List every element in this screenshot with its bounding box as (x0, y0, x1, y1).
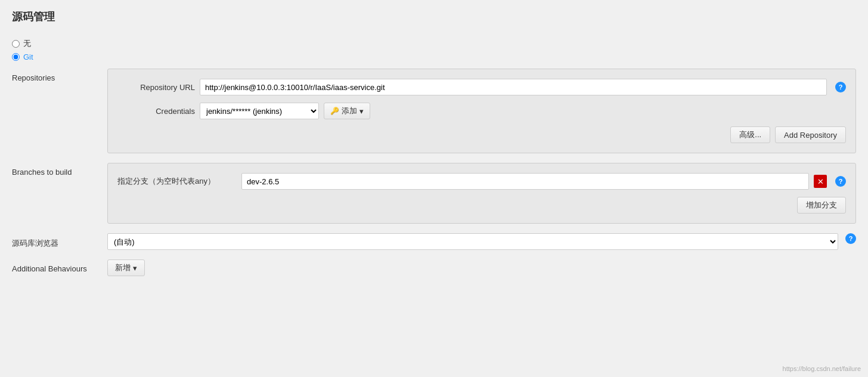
branch-btn-row: 增加分支 (117, 197, 846, 214)
new-behaviour-label: 新增 (115, 262, 131, 273)
advanced-button[interactable]: 高级... (730, 126, 770, 143)
add-repository-button[interactable]: Add Repository (775, 126, 846, 143)
repo-url-help-icon[interactable]: ? (835, 82, 846, 92)
repositories-content: Repository URL ? Credentials jenkins/***… (107, 69, 856, 153)
branch-specifier-label: 指定分支（为空时代表any） (117, 176, 237, 187)
new-behaviour-button[interactable]: 新增 ▾ (107, 259, 145, 276)
branch-input[interactable] (241, 173, 809, 190)
branch-row: 指定分支（为空时代表any） ✕ ? (117, 173, 846, 190)
page-title: 源码管理 (12, 10, 856, 29)
branch-help-icon[interactable]: ? (835, 176, 846, 187)
radio-none-label[interactable]: 无 (23, 38, 31, 49)
radio-git[interactable] (12, 53, 20, 61)
browser-label: 源码库浏览器 (12, 233, 107, 249)
browser-help-icon[interactable]: ? (845, 233, 856, 244)
repositories-section: Repositories Repository URL ? Credential… (12, 69, 856, 153)
delete-icon: ✕ (817, 177, 824, 186)
branches-content: 指定分支（为空时代表any） ✕ ? 增加分支 (107, 163, 856, 224)
additional-section: Additional Behaviours 新增 ▾ (12, 259, 856, 276)
page-container: 源码管理 无 Git Repositories Repository URL ? (0, 0, 868, 377)
add-credentials-button[interactable]: 🔑 添加 ▾ (324, 103, 370, 119)
browser-content-wrapper: (自动) ? (107, 233, 856, 250)
repo-btn-row: 高级... Add Repository (117, 126, 846, 143)
radio-git-item: Git (12, 52, 856, 61)
add-branch-button[interactable]: 增加分支 (797, 197, 846, 214)
repositories-label: Repositories (12, 69, 107, 82)
watermark: https://blog.csdn.net/failure (783, 365, 861, 372)
branches-content-wrapper: 指定分支（为空时代表any） ✕ ? 增加分支 (107, 163, 856, 224)
key-icon: 🔑 (330, 107, 339, 115)
radio-none[interactable] (12, 40, 20, 48)
repositories-content-wrapper: Repository URL ? Credentials jenkins/***… (107, 69, 856, 153)
radio-none-item: 无 (12, 38, 856, 49)
additional-content-wrapper: 新增 ▾ (107, 259, 856, 276)
radio-group: 无 Git (12, 38, 856, 61)
new-behaviour-arrow: ▾ (133, 264, 137, 273)
branches-section: Branches to build 指定分支（为空时代表any） ✕ ? 增加分… (12, 163, 856, 224)
repo-url-row: Repository URL ? (117, 79, 846, 95)
add-credentials-arrow: ▾ (359, 107, 364, 116)
repo-url-input[interactable] (200, 79, 827, 95)
repo-url-label: Repository URL (117, 83, 195, 92)
credentials-select[interactable]: jenkins/****** (jenkins) (200, 103, 319, 119)
radio-git-label[interactable]: Git (23, 52, 33, 61)
browser-select[interactable]: (自动) (107, 233, 838, 250)
credentials-row: Credentials jenkins/****** (jenkins) 🔑 添… (117, 103, 846, 119)
browser-section: 源码库浏览器 (自动) ? (12, 233, 856, 250)
additional-label: Additional Behaviours (12, 259, 107, 273)
credentials-label: Credentials (117, 107, 195, 116)
add-credentials-label: 添加 (342, 106, 357, 116)
delete-branch-button[interactable]: ✕ (814, 175, 827, 188)
branches-label: Branches to build (12, 163, 107, 177)
